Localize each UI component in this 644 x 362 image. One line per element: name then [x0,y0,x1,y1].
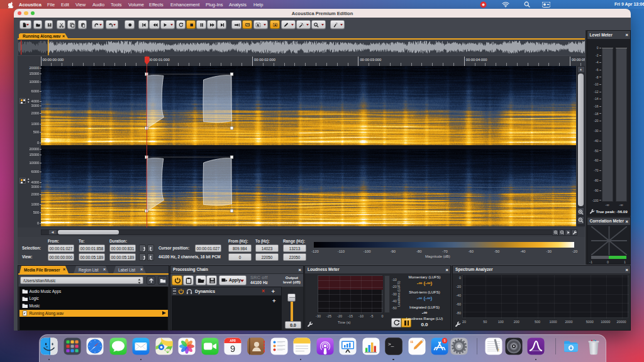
svg-text:“: “ [410,339,414,347]
svg-text:APR: APR [230,339,236,343]
svg-text:9: 9 [230,344,235,354]
svg-text:>_: >_ [388,341,394,347]
svg-text:5: 5 [444,339,446,343]
